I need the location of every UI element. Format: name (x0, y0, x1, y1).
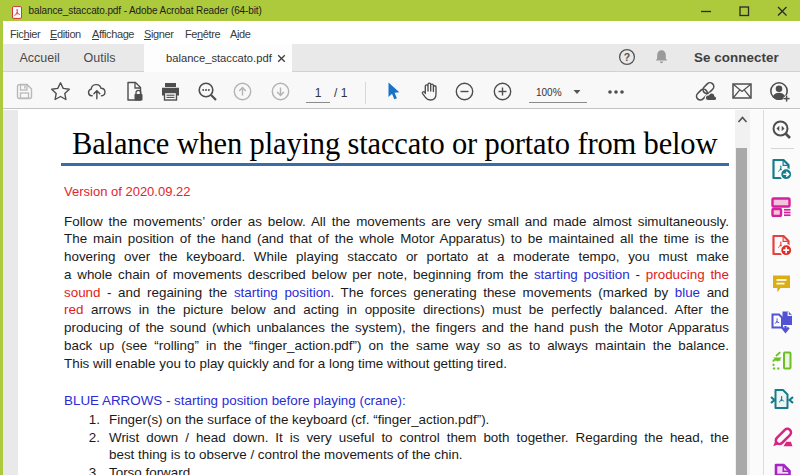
svg-text:?: ? (624, 51, 630, 63)
